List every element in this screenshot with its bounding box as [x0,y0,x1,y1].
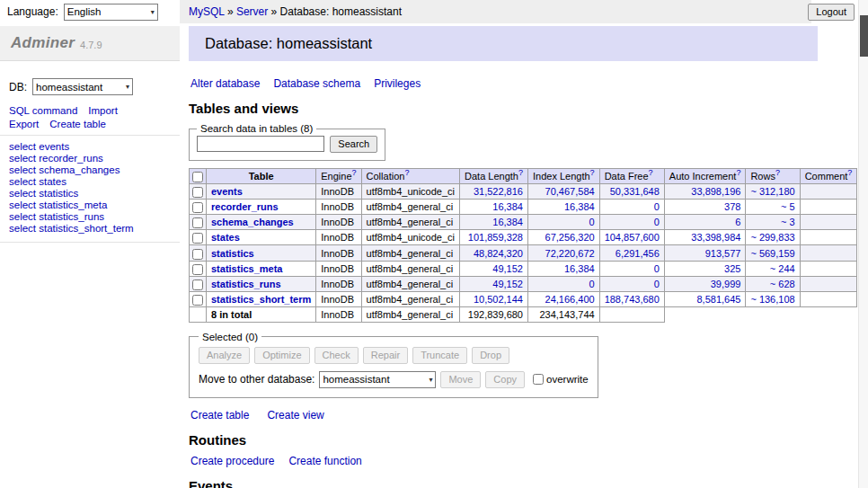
help-icon[interactable]: ? [352,168,357,177]
table-name-link-statistics_runs[interactable]: statistics_runs [211,279,281,289]
sidebar-link-create-table[interactable]: Create table [49,119,106,129]
help-icon[interactable]: ? [404,168,409,177]
data_free-link[interactable]: 0 [654,263,660,274]
rows-link[interactable]: ~ 136,108 [750,294,794,305]
action-database-schema[interactable]: Database schema [273,77,360,90]
data_length-link[interactable]: 49,152 [492,279,523,289]
row-checkbox-schema_changes[interactable] [192,217,203,228]
auto_increment-link[interactable]: 378 [724,201,740,212]
copy-button[interactable]: Copy [485,371,525,388]
action-privileges[interactable]: Privileges [374,77,421,90]
move-button[interactable]: Move [440,371,481,388]
rows-link[interactable]: ~ 3 [781,217,795,227]
overwrite-checkbox[interactable] [533,374,544,385]
index_length-link[interactable]: 70,467,584 [545,186,595,197]
link-create-view[interactable]: Create view [267,409,323,421]
row-checkbox-statistics_short_term[interactable] [192,295,203,306]
select-link-statistics_runs[interactable]: select [9,211,36,222]
select-link-states[interactable]: select [9,176,36,187]
link-create-table[interactable]: Create table [190,409,249,421]
sidebar-link-import[interactable]: Import [88,105,118,116]
select-link-recorder_runs[interactable]: select [9,153,36,164]
table-name-link-statistics_meta[interactable]: statistics_meta [211,263,283,274]
db-select[interactable]: homeassistant [32,78,133,95]
table-link-statistics_short_term[interactable]: statistics_short_term [39,223,133,234]
row-checkbox-recorder_runs[interactable] [192,202,203,213]
breadcrumb-item-mysql[interactable]: MySQL [189,5,225,18]
auto_increment-link[interactable]: 39,999 [711,279,741,289]
drop-button[interactable]: Drop [472,347,509,364]
search-input[interactable] [197,136,324,152]
scrollbar[interactable] [858,0,868,488]
index_length-link[interactable]: 0 [589,279,595,289]
data_length-link[interactable]: 101,859,328 [468,232,523,243]
select-link-statistics_short_term[interactable]: select [9,223,36,234]
link-create-procedure[interactable]: Create procedure [190,455,274,467]
select-link-statistics_meta[interactable]: select [9,200,36,210]
data_free-link[interactable]: 188,743,680 [605,294,660,305]
auto_increment-link[interactable]: 33,898,196 [691,186,740,197]
table-link-events[interactable]: events [39,141,69,152]
table-link-recorder_runs[interactable]: recorder_runs [39,153,103,164]
check-all-checkbox[interactable] [192,172,203,182]
index_length-link[interactable]: 16,384 [564,263,595,274]
row-checkbox-statistics[interactable] [192,249,203,260]
action-alter-database[interactable]: Alter database [190,77,260,90]
table-name-link-events[interactable]: events [211,186,243,197]
auto_increment-link[interactable]: 8,581,645 [696,294,740,305]
data_length-link[interactable]: 31,522,816 [474,186,523,197]
table-link-statistics[interactable]: statistics [39,188,78,199]
help-icon[interactable]: ? [590,168,595,177]
analyze-button[interactable]: Analyze [199,347,250,364]
data_free-link[interactable]: 50,331,648 [610,186,660,197]
auto_increment-link[interactable]: 33,398,984 [691,232,740,243]
logout-button[interactable]: Logout [808,4,855,21]
search-button[interactable]: Search [330,136,377,153]
table-name-link-statistics_short_term[interactable]: statistics_short_term [211,294,311,305]
scrollbar-thumb[interactable] [860,15,868,57]
rows-link[interactable]: ~ 5 [781,201,795,212]
rows-link[interactable]: ~ 299,833 [750,232,794,243]
data_free-link[interactable]: 6,291,456 [616,248,660,259]
data_length-link[interactable]: 16,384 [492,201,523,212]
sidebar-link-export[interactable]: Export [9,119,39,129]
auto_increment-link[interactable]: 6 [735,217,740,227]
sidebar-link-sql-command[interactable]: SQL command [9,105,77,116]
language-select[interactable]: English [64,4,158,21]
table-name-link-states[interactable]: states [211,232,240,243]
help-icon[interactable]: ? [518,168,523,177]
rows-link[interactable]: ~ 569,159 [750,248,794,259]
auto_increment-link[interactable]: 913,577 [705,248,741,259]
help-icon[interactable]: ? [847,168,852,177]
table-link-statistics_meta[interactable]: statistics_meta [39,200,107,210]
auto_increment-link[interactable]: 325 [724,263,740,274]
index_length-link[interactable]: 67,256,320 [545,232,595,243]
index_length-link[interactable]: 24,166,400 [545,294,595,305]
help-icon[interactable]: ? [736,168,740,177]
index_length-link[interactable]: 16,384 [564,201,595,212]
table-link-statistics_runs[interactable]: statistics_runs [39,211,104,222]
breadcrumb-item-server[interactable]: Server [236,5,268,18]
row-checkbox-states[interactable] [192,233,203,244]
link-create-function[interactable]: Create function [288,455,361,467]
row-checkbox-statistics_runs[interactable] [192,279,203,290]
help-icon[interactable]: ? [775,168,780,177]
rows-link[interactable]: ~ 628 [770,279,795,289]
move-db-select[interactable]: homeassistant [319,371,436,388]
select-link-statistics[interactable]: select [9,188,36,199]
data_length-link[interactable]: 49,152 [492,263,523,274]
rows-link[interactable]: ~ 312,180 [750,186,794,197]
data_length-link[interactable]: 16,384 [492,217,523,227]
index_length-link[interactable]: 72,220,672 [545,248,595,259]
repair-button[interactable]: Repair [363,347,408,364]
row-checkbox-events[interactable] [192,187,203,198]
truncate-button[interactable]: Truncate [412,347,467,364]
select-link-schema_changes[interactable]: select [9,164,36,175]
help-icon[interactable]: ? [649,168,653,177]
table-link-schema_changes[interactable]: schema_changes [39,164,120,175]
optimize-button[interactable]: Optimize [254,347,309,364]
table-link-states[interactable]: states [39,176,66,187]
data_length-link[interactable]: 10,502,144 [474,294,523,305]
table-name-link-statistics[interactable]: statistics [211,248,254,259]
select-link-events[interactable]: select [9,141,36,152]
